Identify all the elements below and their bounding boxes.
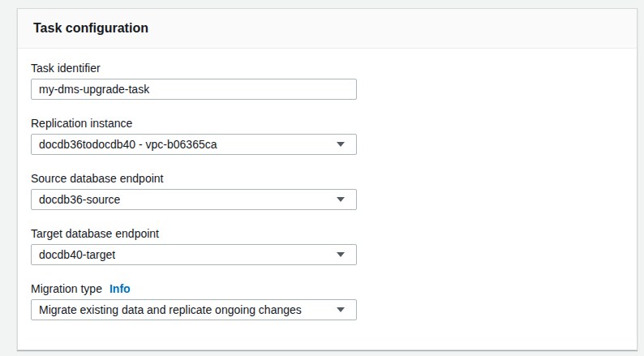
panel-body: Task identifier Replication instance doc… [18,49,637,320]
migration-type-select[interactable]: Migrate existing data and replicate ongo… [31,299,357,320]
info-link[interactable]: Info [109,282,131,296]
dropdown-arrow-icon [337,307,345,312]
dropdown-arrow-icon [337,252,345,257]
task-identifier-input[interactable] [31,79,357,100]
target-endpoint-select[interactable]: docdb40-target [31,244,357,265]
migration-type-label: Migration type [31,282,102,296]
field-migration-type: Migration type Info Migrate existing dat… [31,282,637,320]
dropdown-arrow-icon [337,142,345,147]
panel-header: Task configuration [18,9,637,49]
source-endpoint-label: Source database endpoint [31,172,163,186]
field-label-row: Replication instance [31,117,637,131]
replication-instance-label: Replication instance [31,117,132,131]
field-target-endpoint: Target database endpoint docdb40-target [31,227,637,265]
target-endpoint-label: Target database endpoint [31,227,159,241]
panel-title: Task configuration [33,21,148,36]
source-endpoint-value: docdb36-source [39,193,120,206]
field-label-row: Task identifier [31,62,637,75]
replication-instance-select[interactable]: docdb36todocdb40 - vpc-b06365ca [31,134,357,155]
field-label-row: Source database endpoint [31,172,637,186]
field-label-row: Target database endpoint [31,227,637,241]
field-replication-instance: Replication instance docdb36todocdb40 - … [31,117,637,155]
target-endpoint-value: docdb40-target [39,248,115,261]
task-identifier-label: Task identifier [31,62,101,75]
dropdown-arrow-icon [337,197,345,202]
replication-instance-value: docdb36todocdb40 - vpc-b06365ca [39,138,217,151]
task-configuration-panel: Task configuration Task identifier Repli… [17,8,638,350]
field-source-endpoint: Source database endpoint docdb36-source [31,172,637,210]
migration-type-value: Migrate existing data and replicate ongo… [39,303,302,316]
field-label-row: Migration type Info [31,282,637,296]
source-endpoint-select[interactable]: docdb36-source [31,189,357,210]
field-task-identifier: Task identifier [31,62,637,100]
